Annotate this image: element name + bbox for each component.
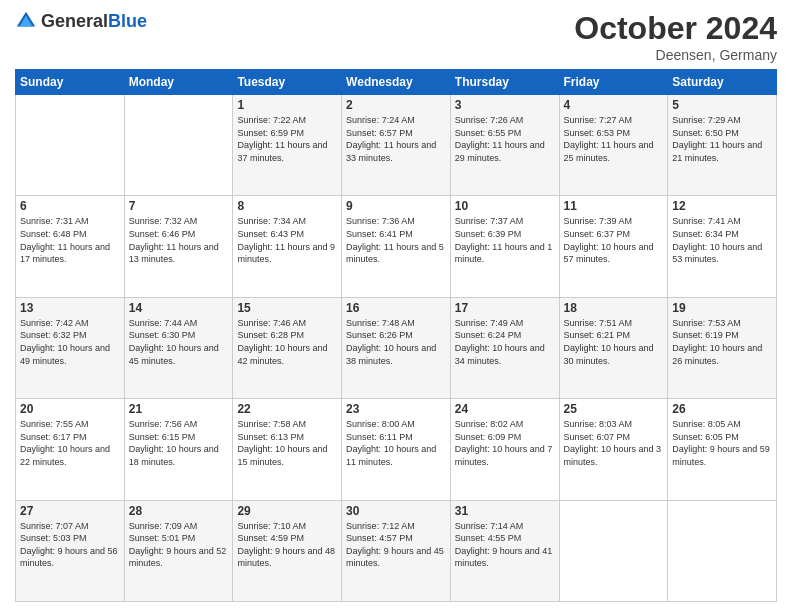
day-cell-4-0: 27Sunrise: 7:07 AM Sunset: 5:03 PM Dayli… [16, 500, 125, 601]
day-number: 8 [237, 199, 337, 213]
day-number: 20 [20, 402, 120, 416]
day-cell-2-2: 15Sunrise: 7:46 AM Sunset: 6:28 PM Dayli… [233, 297, 342, 398]
day-cell-3-5: 25Sunrise: 8:03 AM Sunset: 6:07 PM Dayli… [559, 399, 668, 500]
day-number: 11 [564, 199, 664, 213]
day-number: 1 [237, 98, 337, 112]
day-number: 22 [237, 402, 337, 416]
logo-text: GeneralBlue [41, 11, 147, 32]
day-number: 13 [20, 301, 120, 315]
day-detail: Sunrise: 7:24 AM Sunset: 6:57 PM Dayligh… [346, 114, 446, 164]
day-detail: Sunrise: 7:26 AM Sunset: 6:55 PM Dayligh… [455, 114, 555, 164]
day-cell-4-5 [559, 500, 668, 601]
col-monday: Monday [124, 70, 233, 95]
day-cell-2-4: 17Sunrise: 7:49 AM Sunset: 6:24 PM Dayli… [450, 297, 559, 398]
day-detail: Sunrise: 7:07 AM Sunset: 5:03 PM Dayligh… [20, 520, 120, 570]
day-detail: Sunrise: 7:36 AM Sunset: 6:41 PM Dayligh… [346, 215, 446, 265]
day-cell-2-5: 18Sunrise: 7:51 AM Sunset: 6:21 PM Dayli… [559, 297, 668, 398]
day-number: 23 [346, 402, 446, 416]
day-cell-4-2: 29Sunrise: 7:10 AM Sunset: 4:59 PM Dayli… [233, 500, 342, 601]
day-detail: Sunrise: 7:48 AM Sunset: 6:26 PM Dayligh… [346, 317, 446, 367]
day-detail: Sunrise: 7:53 AM Sunset: 6:19 PM Dayligh… [672, 317, 772, 367]
calendar-table: Sunday Monday Tuesday Wednesday Thursday… [15, 69, 777, 602]
col-saturday: Saturday [668, 70, 777, 95]
page: GeneralBlue October 2024 Deensen, German… [0, 0, 792, 612]
day-detail: Sunrise: 7:55 AM Sunset: 6:17 PM Dayligh… [20, 418, 120, 468]
day-number: 3 [455, 98, 555, 112]
day-cell-2-3: 16Sunrise: 7:48 AM Sunset: 6:26 PM Dayli… [342, 297, 451, 398]
day-cell-3-6: 26Sunrise: 8:05 AM Sunset: 6:05 PM Dayli… [668, 399, 777, 500]
day-number: 21 [129, 402, 229, 416]
day-cell-2-0: 13Sunrise: 7:42 AM Sunset: 6:32 PM Dayli… [16, 297, 125, 398]
day-detail: Sunrise: 7:42 AM Sunset: 6:32 PM Dayligh… [20, 317, 120, 367]
col-tuesday: Tuesday [233, 70, 342, 95]
location: Deensen, Germany [574, 47, 777, 63]
day-detail: Sunrise: 7:58 AM Sunset: 6:13 PM Dayligh… [237, 418, 337, 468]
title-block: October 2024 Deensen, Germany [574, 10, 777, 63]
header: GeneralBlue October 2024 Deensen, German… [15, 10, 777, 63]
day-number: 10 [455, 199, 555, 213]
day-number: 25 [564, 402, 664, 416]
day-cell-3-3: 23Sunrise: 8:00 AM Sunset: 6:11 PM Dayli… [342, 399, 451, 500]
logo-icon [15, 10, 37, 32]
day-number: 30 [346, 504, 446, 518]
day-cell-0-5: 4Sunrise: 7:27 AM Sunset: 6:53 PM Daylig… [559, 95, 668, 196]
day-detail: Sunrise: 7:09 AM Sunset: 5:01 PM Dayligh… [129, 520, 229, 570]
day-detail: Sunrise: 7:22 AM Sunset: 6:59 PM Dayligh… [237, 114, 337, 164]
day-detail: Sunrise: 8:05 AM Sunset: 6:05 PM Dayligh… [672, 418, 772, 468]
day-detail: Sunrise: 7:49 AM Sunset: 6:24 PM Dayligh… [455, 317, 555, 367]
calendar-header-row: Sunday Monday Tuesday Wednesday Thursday… [16, 70, 777, 95]
day-number: 2 [346, 98, 446, 112]
day-cell-4-4: 31Sunrise: 7:14 AM Sunset: 4:55 PM Dayli… [450, 500, 559, 601]
day-number: 24 [455, 402, 555, 416]
day-detail: Sunrise: 7:12 AM Sunset: 4:57 PM Dayligh… [346, 520, 446, 570]
day-cell-3-1: 21Sunrise: 7:56 AM Sunset: 6:15 PM Dayli… [124, 399, 233, 500]
day-detail: Sunrise: 7:56 AM Sunset: 6:15 PM Dayligh… [129, 418, 229, 468]
col-sunday: Sunday [16, 70, 125, 95]
day-cell-0-4: 3Sunrise: 7:26 AM Sunset: 6:55 PM Daylig… [450, 95, 559, 196]
day-number: 16 [346, 301, 446, 315]
col-friday: Friday [559, 70, 668, 95]
day-number: 7 [129, 199, 229, 213]
logo: GeneralBlue [15, 10, 147, 32]
day-detail: Sunrise: 8:02 AM Sunset: 6:09 PM Dayligh… [455, 418, 555, 468]
day-cell-1-2: 8Sunrise: 7:34 AM Sunset: 6:43 PM Daylig… [233, 196, 342, 297]
day-detail: Sunrise: 7:34 AM Sunset: 6:43 PM Dayligh… [237, 215, 337, 265]
day-number: 26 [672, 402, 772, 416]
day-number: 12 [672, 199, 772, 213]
day-detail: Sunrise: 7:27 AM Sunset: 6:53 PM Dayligh… [564, 114, 664, 164]
day-number: 14 [129, 301, 229, 315]
week-row-4: 20Sunrise: 7:55 AM Sunset: 6:17 PM Dayli… [16, 399, 777, 500]
day-number: 31 [455, 504, 555, 518]
logo-general: General [41, 11, 108, 31]
day-cell-1-4: 10Sunrise: 7:37 AM Sunset: 6:39 PM Dayli… [450, 196, 559, 297]
col-wednesday: Wednesday [342, 70, 451, 95]
day-cell-2-6: 19Sunrise: 7:53 AM Sunset: 6:19 PM Dayli… [668, 297, 777, 398]
day-number: 19 [672, 301, 772, 315]
day-cell-1-5: 11Sunrise: 7:39 AM Sunset: 6:37 PM Dayli… [559, 196, 668, 297]
day-cell-4-6 [668, 500, 777, 601]
day-detail: Sunrise: 7:29 AM Sunset: 6:50 PM Dayligh… [672, 114, 772, 164]
day-number: 29 [237, 504, 337, 518]
day-cell-0-0 [16, 95, 125, 196]
day-cell-4-3: 30Sunrise: 7:12 AM Sunset: 4:57 PM Dayli… [342, 500, 451, 601]
day-detail: Sunrise: 7:31 AM Sunset: 6:48 PM Dayligh… [20, 215, 120, 265]
logo-blue: Blue [108, 11, 147, 31]
day-detail: Sunrise: 7:41 AM Sunset: 6:34 PM Dayligh… [672, 215, 772, 265]
col-thursday: Thursday [450, 70, 559, 95]
day-cell-1-1: 7Sunrise: 7:32 AM Sunset: 6:46 PM Daylig… [124, 196, 233, 297]
day-number: 18 [564, 301, 664, 315]
month-title: October 2024 [574, 10, 777, 47]
day-number: 6 [20, 199, 120, 213]
day-cell-3-0: 20Sunrise: 7:55 AM Sunset: 6:17 PM Dayli… [16, 399, 125, 500]
day-number: 5 [672, 98, 772, 112]
day-cell-3-2: 22Sunrise: 7:58 AM Sunset: 6:13 PM Dayli… [233, 399, 342, 500]
week-row-2: 6Sunrise: 7:31 AM Sunset: 6:48 PM Daylig… [16, 196, 777, 297]
day-cell-0-1 [124, 95, 233, 196]
week-row-5: 27Sunrise: 7:07 AM Sunset: 5:03 PM Dayli… [16, 500, 777, 601]
day-detail: Sunrise: 7:32 AM Sunset: 6:46 PM Dayligh… [129, 215, 229, 265]
day-detail: Sunrise: 7:46 AM Sunset: 6:28 PM Dayligh… [237, 317, 337, 367]
day-detail: Sunrise: 7:44 AM Sunset: 6:30 PM Dayligh… [129, 317, 229, 367]
day-cell-3-4: 24Sunrise: 8:02 AM Sunset: 6:09 PM Dayli… [450, 399, 559, 500]
day-detail: Sunrise: 7:14 AM Sunset: 4:55 PM Dayligh… [455, 520, 555, 570]
day-number: 15 [237, 301, 337, 315]
